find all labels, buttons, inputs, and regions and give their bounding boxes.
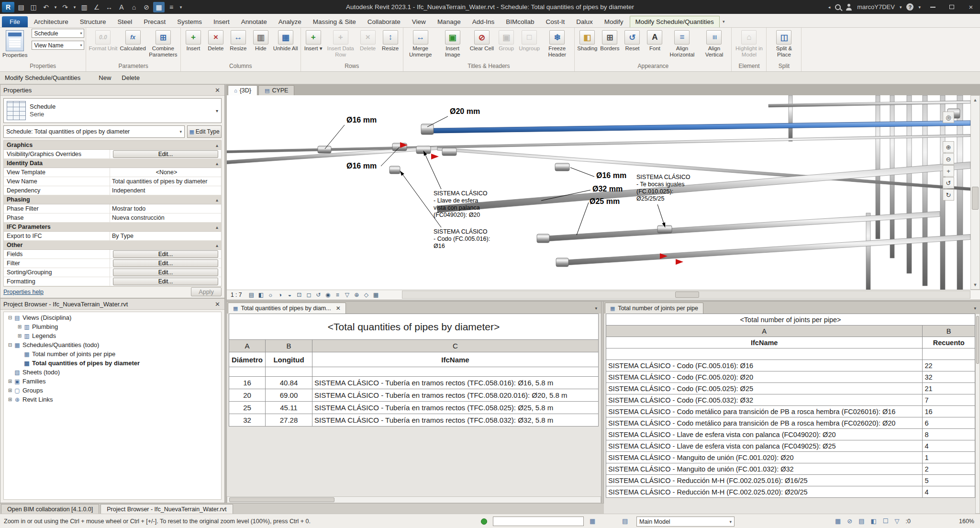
worksets-icon[interactable]: ▤ bbox=[858, 517, 864, 525]
measure-icon[interactable]: ∠ bbox=[91, 2, 102, 12]
split-place-button[interactable]: ◫Split & Place bbox=[768, 29, 800, 61]
shadows-icon[interactable]: ◑ bbox=[275, 291, 285, 299]
property-value[interactable]: By Type bbox=[112, 233, 134, 239]
tab-list-caret-icon[interactable]: ▾ bbox=[974, 306, 980, 314]
collapse-icon[interactable]: ▴ bbox=[216, 225, 218, 230]
ribbon-tab-collaborate[interactable]: Collaborate bbox=[362, 16, 406, 27]
schedule-cell[interactable]: 6 bbox=[923, 417, 975, 429]
shading-button[interactable]: ◧Shading bbox=[576, 29, 598, 61]
browser-item-revit-links[interactable]: ⊞⊕Revit Links bbox=[4, 395, 221, 404]
view-name-combo[interactable]: View Name ▾ bbox=[32, 41, 84, 50]
schedule-row[interactable]: 2545.11SISTEMA CLÁSICO - Tubería en tram… bbox=[229, 402, 599, 414]
ribbon-tab-cost-it[interactable]: Cost-It bbox=[540, 16, 570, 27]
calculated-button[interactable]: fxCalculated bbox=[119, 29, 147, 61]
schedule-cell[interactable]: SISTEMA CLÁSICO - Codo (FC.005.016): Ø16 bbox=[606, 360, 923, 371]
schedule-cell[interactable]: 69.00 bbox=[266, 389, 312, 402]
scroll-down-icon[interactable]: ▼ bbox=[971, 281, 980, 289]
insert-button[interactable]: +Insert bbox=[182, 29, 204, 61]
back-icon[interactable]: ◂ bbox=[828, 5, 831, 10]
property-value[interactable]: <None> bbox=[112, 169, 221, 176]
schedule-row[interactable]: SISTEMA CLÁSICO - Llave de esfera vista … bbox=[606, 440, 975, 452]
close-project-browser-icon[interactable]: ✕ bbox=[213, 301, 222, 308]
schedule-cell[interactable]: 27.28 bbox=[266, 414, 312, 427]
schedule-cell[interactable]: SISTEMA CLÁSICO - Reducción M-H (FC.002.… bbox=[606, 486, 923, 498]
schedule-left-body[interactable]: <Total quantities of pipes by diameter>A… bbox=[227, 314, 601, 496]
crop-view-icon[interactable]: ⊡ bbox=[294, 291, 304, 299]
temporary-view-properties-icon[interactable]: ▽ bbox=[342, 291, 352, 299]
properties-palette-button[interactable]: Properties bbox=[1, 29, 28, 61]
freeze-header-button[interactable]: ❄Freeze Header bbox=[541, 29, 573, 61]
schedule-cell[interactable]: SISTEMA CLÁSICO - Manguito de unión (FC.… bbox=[606, 463, 923, 475]
column-header-di-metro[interactable]: Diámetro bbox=[229, 352, 266, 367]
show-crop-region-icon[interactable]: ◻ bbox=[304, 291, 313, 299]
expander-plus-icon[interactable]: ⊞ bbox=[16, 324, 23, 329]
zoom-in-icon[interactable]: ⊕ bbox=[943, 141, 954, 153]
schedule-cell[interactable]: SISTEMA CLÁSICO - Tubería en tramos rect… bbox=[312, 377, 599, 389]
open-icon[interactable]: ▤ bbox=[15, 2, 27, 12]
close-tab-icon[interactable]: ✕ bbox=[336, 305, 341, 312]
collapse-icon[interactable]: ▴ bbox=[216, 143, 218, 148]
rewind-icon[interactable]: ↺ bbox=[943, 177, 954, 189]
scroll-up-icon[interactable]: ▲ bbox=[971, 96, 980, 104]
ribbon-tab-steel[interactable]: Steel bbox=[112, 16, 138, 27]
worksharing-status-icon[interactable] bbox=[481, 518, 487, 525]
ribbon-tab-structure[interactable]: Structure bbox=[75, 16, 111, 27]
browser-item-sheets-todo[interactable]: ▧Sheets (todo) bbox=[4, 368, 221, 377]
worksharing-display-icon[interactable]: ◇ bbox=[361, 291, 371, 299]
schedule-cell[interactable]: SISTEMA CLÁSICO - Codo metálico para tra… bbox=[606, 417, 923, 429]
column-letter-A[interactable]: A bbox=[229, 340, 266, 352]
schedule-cell[interactable]: 32 bbox=[923, 371, 975, 383]
schedule-row[interactable]: SISTEMA CLÁSICO - Codo (FC.005.025): Ø25… bbox=[606, 383, 975, 394]
visibility-graphics-overrides-edit-button[interactable]: Edit... bbox=[113, 150, 218, 158]
tab-list-caret-icon[interactable]: ▾ bbox=[595, 306, 601, 314]
save-icon[interactable]: ◫ bbox=[28, 2, 39, 12]
ribbon-tab-view[interactable]: View bbox=[407, 16, 431, 27]
design-options-icon[interactable]: ◧ bbox=[871, 517, 877, 525]
editable-only-icon[interactable]: ⊘ bbox=[847, 517, 852, 525]
schedule-cell[interactable]: 32 bbox=[229, 414, 266, 427]
redo-icon[interactable]: ↷ bbox=[59, 2, 71, 12]
expander-plus-icon[interactable]: ⊞ bbox=[7, 397, 13, 402]
browser-item-total-number-of-joints-per-pipe[interactable]: ▦Total number of joints per pipe bbox=[4, 349, 221, 359]
align-horizontal-button[interactable]: ≡Align Horizontal bbox=[666, 29, 698, 61]
zoom-out-icon[interactable]: ⊖ bbox=[943, 153, 954, 165]
schedule-cell[interactable]: 1 bbox=[923, 452, 975, 463]
schedule-cell[interactable]: 16 bbox=[923, 406, 975, 417]
revit-logo[interactable]: R bbox=[2, 2, 14, 12]
help-icon[interactable]: ? bbox=[906, 3, 913, 11]
schedule-cell[interactable]: 2 bbox=[923, 463, 975, 475]
user-avatar-icon[interactable] bbox=[846, 4, 852, 11]
schedule-cell[interactable]: 25 bbox=[229, 402, 266, 414]
column-letter-A[interactable]: A bbox=[606, 326, 923, 337]
collapse-icon[interactable]: ▴ bbox=[216, 161, 218, 166]
search-icon[interactable] bbox=[835, 4, 841, 10]
clear-cell-button[interactable]: ⊘Clear Cell bbox=[469, 29, 495, 61]
expander-minus-icon[interactable]: ⊟ bbox=[7, 315, 13, 320]
browser-item-families[interactable]: ⊞▣Families bbox=[4, 377, 221, 386]
schedule-cell[interactable]: 40.84 bbox=[266, 377, 312, 389]
schedule-cell[interactable]: SISTEMA CLÁSICO - Codo (FC.005.025): Ø25 bbox=[606, 383, 923, 394]
ribbon-tab-annotate[interactable]: Annotate bbox=[236, 16, 272, 27]
combine-parameters-button[interactable]: ⊞Combine Parameters bbox=[147, 29, 179, 61]
schedule-cell[interactable]: SISTEMA CLÁSICO - Reducción M-H (FC.002.… bbox=[606, 475, 923, 486]
user-menu-caret-icon[interactable]: ▾ bbox=[900, 5, 902, 10]
visual-style-icon[interactable]: ◧ bbox=[256, 291, 266, 299]
ribbon-tab-manage[interactable]: Manage bbox=[432, 16, 466, 27]
expander-minus-icon[interactable]: ⊟ bbox=[7, 342, 13, 348]
scrollbar-thumb[interactable] bbox=[972, 187, 979, 210]
view-scale[interactable]: 1 : 7 bbox=[227, 292, 246, 298]
hide-button[interactable]: ▥Hide bbox=[250, 29, 272, 61]
steering-wheel-icon[interactable]: ◎ bbox=[943, 112, 954, 123]
schedule-cell[interactable]: SISTEMA CLÁSICO - Codo metálico para tra… bbox=[606, 406, 923, 417]
sorting-grouping-edit-button[interactable]: Edit... bbox=[113, 269, 218, 276]
ribbon-tab-add-ins[interactable]: Add-Ins bbox=[467, 16, 500, 27]
schedule-row[interactable]: SISTEMA CLÁSICO - Codo metálico para tra… bbox=[606, 417, 975, 429]
schedule-cell[interactable]: 4 bbox=[923, 440, 975, 452]
model-viewport[interactable]: Ø16 mmØ20 mmØ16 mmSISTEMA CLÁSICO- Llave… bbox=[227, 95, 970, 290]
schedule-row[interactable]: SISTEMA CLÁSICO - Manguito de unión (FC.… bbox=[606, 452, 975, 463]
filter-edit-button[interactable]: Edit... bbox=[113, 259, 218, 267]
schedule-cell[interactable]: SISTEMA CLÁSICO - Codo (FC.005.020): Ø20 bbox=[606, 371, 923, 383]
filter-icon[interactable]: ▽ bbox=[894, 517, 899, 525]
ribbon-tab-modify-schedule-quantities[interactable]: Modify Schedule/Quantities bbox=[630, 16, 720, 27]
expander-plus-icon[interactable]: ⊞ bbox=[16, 333, 23, 338]
